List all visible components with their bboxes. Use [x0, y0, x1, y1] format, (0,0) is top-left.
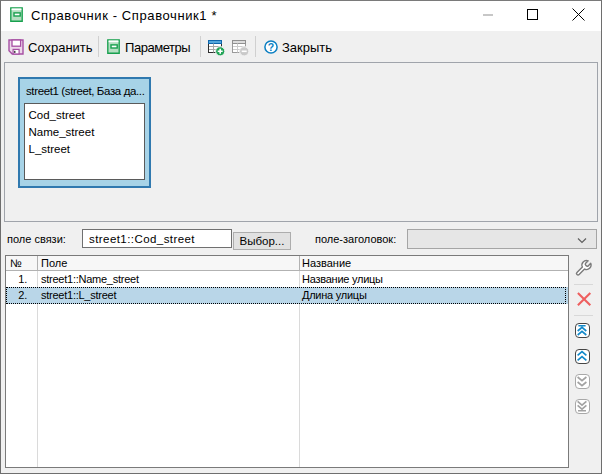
svg-text:?: ?: [268, 40, 274, 52]
